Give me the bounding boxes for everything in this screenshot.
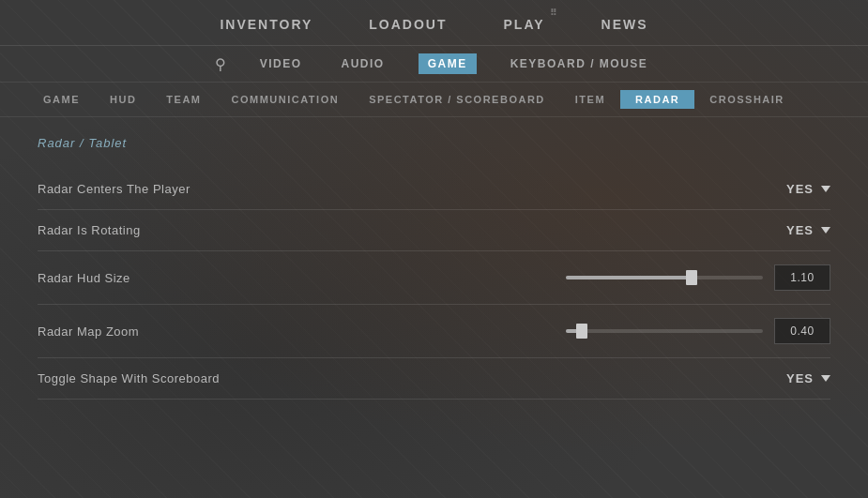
setting-label-radar-map-zoom: Radar Map Zoom xyxy=(38,324,139,339)
settings-tab-keyboard-mouse[interactable]: KEYBOARD / MOUSE xyxy=(505,53,654,74)
top-navigation: INVENTORY LOADOUT PLAY NEWS xyxy=(0,0,868,46)
radar-centers-player-value: YES xyxy=(786,182,814,196)
settings-tab-game[interactable]: GAME xyxy=(419,53,477,74)
setting-row-radar-map-zoom: Radar Map Zoom 0.40 xyxy=(38,305,830,358)
setting-control-radar-is-rotating[interactable]: YES xyxy=(786,223,830,237)
subtab-team[interactable]: TEAM xyxy=(151,90,216,109)
setting-row-radar-hud-size: Radar Hud Size 1.10 xyxy=(38,251,830,305)
setting-control-toggle-shape-scoreboard[interactable]: YES xyxy=(786,371,830,385)
subtab-communication[interactable]: COMMUNICATION xyxy=(217,90,355,109)
radar-hud-size-slider[interactable] xyxy=(566,276,763,279)
slider-track xyxy=(566,276,763,279)
subtab-game[interactable]: GAME xyxy=(28,90,95,109)
settings-category-navigation: ⚲ VIDEO AUDIO GAME KEYBOARD / MOUSE xyxy=(0,46,868,83)
main-settings-panel: Radar / Tablet Radar Centers The Player … xyxy=(0,117,868,498)
slider-track xyxy=(566,329,763,333)
toggle-shape-scoreboard-value: YES xyxy=(786,371,814,385)
chevron-down-icon xyxy=(821,375,830,382)
nav-item-loadout[interactable]: LOADOUT xyxy=(369,13,447,36)
nav-item-inventory[interactable]: INVENTORY xyxy=(220,13,312,36)
settings-tab-video[interactable]: VIDEO xyxy=(254,53,308,74)
slider-fill xyxy=(566,276,692,279)
setting-control-radar-centers-player[interactable]: YES xyxy=(786,182,830,196)
nav-item-news[interactable]: NEWS xyxy=(602,13,648,36)
game-settings-subtabs: GAME HUD TEAM COMMUNICATION SPECTATOR / … xyxy=(0,83,868,117)
radar-is-rotating-value: YES xyxy=(786,223,814,237)
subtab-spectator-scoreboard[interactable]: SPECTATOR / SCOREBOARD xyxy=(354,90,560,109)
settings-list: Radar Centers The Player YES Radar Is Ro… xyxy=(38,169,830,400)
search-icon[interactable]: ⚲ xyxy=(215,55,226,73)
setting-control-radar-map-zoom: 0.40 xyxy=(566,318,830,344)
radar-map-zoom-slider[interactable] xyxy=(566,329,763,333)
setting-row-radar-centers-player: Radar Centers The Player YES xyxy=(38,169,830,210)
chevron-down-icon xyxy=(821,227,830,234)
setting-control-radar-hud-size: 1.10 xyxy=(566,264,830,291)
section-title: Radar / Tablet xyxy=(38,136,830,150)
subtab-radar[interactable]: RADAR xyxy=(620,90,694,109)
setting-row-toggle-shape-scoreboard: Toggle Shape With Scoreboard YES xyxy=(38,358,830,400)
setting-label-toggle-shape-scoreboard: Toggle Shape With Scoreboard xyxy=(38,371,220,385)
nav-item-play[interactable]: PLAY xyxy=(504,13,545,36)
slider-thumb[interactable] xyxy=(686,270,697,285)
radar-hud-size-value: 1.10 xyxy=(774,264,830,291)
setting-label-radar-hud-size: Radar Hud Size xyxy=(38,271,130,285)
setting-row-radar-is-rotating: Radar Is Rotating YES xyxy=(38,210,830,251)
subtab-crosshair[interactable]: CROSSHAIR xyxy=(694,90,799,109)
settings-tab-audio[interactable]: AUDIO xyxy=(335,53,389,74)
setting-label-radar-centers-player: Radar Centers The Player xyxy=(38,182,190,196)
subtab-item[interactable]: ITEM xyxy=(560,90,620,109)
radar-map-zoom-value: 0.40 xyxy=(774,318,830,344)
setting-label-radar-is-rotating: Radar Is Rotating xyxy=(38,223,141,237)
subtab-hud[interactable]: HUD xyxy=(95,90,151,109)
chevron-down-icon xyxy=(821,186,830,192)
slider-thumb[interactable] xyxy=(576,324,587,339)
